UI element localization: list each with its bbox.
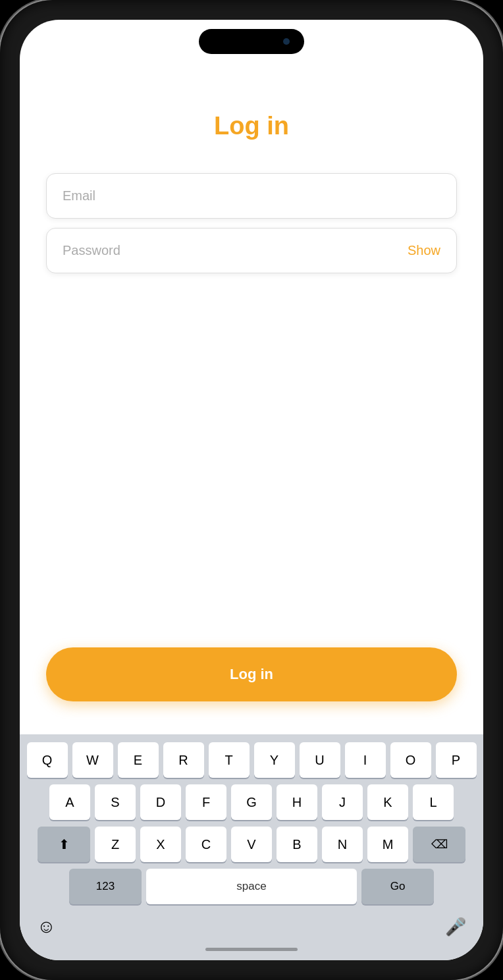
keyboard-row-4: 123 space Go [24,869,479,904]
key-o[interactable]: O [390,742,431,778]
password-placeholder: Password [63,243,120,258]
key-d[interactable]: D [140,784,181,820]
keyboard-row-2: A S D F G H J K L [24,784,479,820]
login-form: Email Password Show [46,173,457,273]
login-button[interactable]: Log in [46,647,457,701]
camera-dot [283,38,290,45]
key-w[interactable]: W [72,742,113,778]
key-p[interactable]: P [436,742,477,778]
key-l[interactable]: L [413,784,454,820]
key-n[interactable]: N [322,827,363,862]
space-key[interactable]: space [146,869,357,904]
key-s[interactable]: S [95,784,136,820]
emoji-icon[interactable]: ☺ [37,916,56,937]
dynamic-island [199,29,304,54]
key-u[interactable]: U [300,742,340,778]
keyboard-row-1: Q W E R T Y U I O P [24,742,479,778]
email-field-wrapper[interactable]: Email [46,173,457,219]
key-m[interactable]: M [367,827,408,862]
key-z[interactable]: Z [95,827,136,862]
go-key[interactable]: Go [361,869,434,904]
numbers-key[interactable]: 123 [69,869,142,904]
home-bar [205,948,298,951]
key-a[interactable]: A [49,784,90,820]
show-password-button[interactable]: Show [408,243,440,258]
keyboard: Q W E R T Y U I O P A S D F G H J K [20,734,483,941]
phone-device: Log in Email Password Show Log in Q [0,0,503,980]
key-j[interactable]: J [322,784,363,820]
key-i[interactable]: I [345,742,386,778]
key-v[interactable]: V [231,827,272,862]
key-g[interactable]: G [231,784,272,820]
keyboard-extras: ☺ 🎤 [24,911,479,937]
spacer [46,273,457,647]
phone-screen: Log in Email Password Show Log in Q [20,20,483,960]
microphone-icon[interactable]: 🎤 [445,917,466,937]
app-content: Log in Email Password Show Log in [20,20,483,734]
key-b[interactable]: B [277,827,317,862]
keyboard-row-3: ⬆ Z X C V B N M ⌫ [24,827,479,862]
key-h[interactable]: H [277,784,317,820]
backspace-key[interactable]: ⌫ [413,827,465,862]
key-x[interactable]: X [140,827,181,862]
email-placeholder: Email [63,188,95,204]
page-title: Log in [46,112,457,140]
shift-key[interactable]: ⬆ [38,827,90,862]
key-q[interactable]: Q [27,742,68,778]
home-indicator-area [20,941,483,960]
key-y[interactable]: Y [254,742,295,778]
key-t[interactable]: T [209,742,250,778]
key-e[interactable]: E [118,742,159,778]
key-f[interactable]: F [186,784,226,820]
password-field-wrapper[interactable]: Password Show [46,228,457,273]
key-r[interactable]: R [163,742,204,778]
key-c[interactable]: C [186,827,226,862]
key-k[interactable]: K [367,784,408,820]
